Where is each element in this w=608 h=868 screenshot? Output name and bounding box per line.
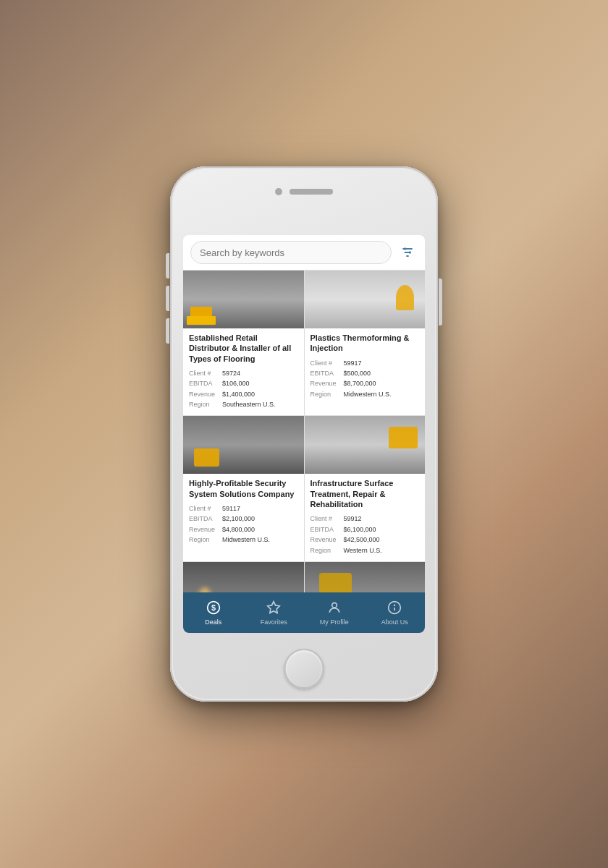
star-icon — [266, 600, 281, 617]
nav-label-favorites: Favorites — [261, 618, 287, 626]
listing-card[interactable]: Quality Inspection Services & Systems — [305, 562, 426, 592]
svg-point-4 — [409, 251, 411, 253]
svg-point-3 — [404, 247, 406, 250]
phone-top-bar — [275, 188, 333, 195]
nav-label-aboutus: About Us — [381, 618, 408, 626]
card-image-lab — [305, 271, 426, 328]
bottom-nav: $ Deals Favorites — [183, 592, 425, 633]
listing-details: Client #59724 EBITDA$106,000 Revenue$1,4… — [189, 368, 298, 410]
phone-device: Established Retail Distributor & Install… — [170, 166, 438, 702]
listing-info: Infrastructure Surface Treatment, Repair… — [305, 474, 426, 561]
card-image-chip — [305, 562, 426, 592]
phone-screen: Established Retail Distributor & Install… — [183, 235, 425, 633]
listing-details: Client #59917 EBITDA$500,000 Revenue$8,7… — [311, 358, 420, 400]
card-image-security — [183, 416, 304, 474]
listing-details: Client #59117 EBITDA$2,100,000 Revenue$4… — [189, 503, 298, 545]
search-input[interactable] — [190, 241, 392, 264]
listing-title: Established Retail Distributor & Install… — [189, 333, 298, 364]
listing-card[interactable]: Infrastructure Surface Treatment, Repair… — [305, 416, 426, 561]
listing-info: Plastics Thermoforming & Injection Clien… — [305, 328, 426, 415]
filter-icon[interactable] — [397, 242, 418, 263]
nav-item-favorites[interactable]: Favorites — [244, 597, 305, 629]
svg-marker-7 — [268, 601, 280, 613]
nav-item-aboutus[interactable]: About Us — [365, 597, 426, 629]
listing-card[interactable]: Plastics Thermoforming & Injection Clien… — [305, 271, 426, 415]
speaker-bar — [290, 189, 333, 195]
search-bar-container — [183, 235, 425, 271]
svg-point-8 — [332, 603, 337, 608]
listing-card[interactable]: Established Retail Distributor & Install… — [183, 271, 304, 415]
card-image-infrastructure — [305, 416, 426, 474]
listing-title: Plastics Thermoforming & Injection — [311, 333, 420, 354]
listing-title: Highly-Profitable Security System Soluti… — [189, 478, 298, 499]
nav-label-myprofile: My Profile — [320, 618, 349, 626]
listing-details: Client #59912 EBITDA$6,100,000 Revenue$4… — [311, 514, 420, 556]
nav-item-myprofile[interactable]: My Profile — [304, 597, 365, 629]
person-icon — [327, 600, 342, 617]
nav-label-deals: Deals — [205, 618, 221, 626]
home-button[interactable] — [284, 649, 324, 689]
card-image-warehouse — [183, 271, 304, 328]
listings-grid: Established Retail Distributor & Install… — [183, 271, 425, 592]
nav-item-deals[interactable]: $ Deals — [183, 597, 244, 629]
listing-info: Highly-Profitable Security System Soluti… — [183, 474, 304, 561]
card-image-welding — [183, 562, 304, 592]
listing-title: Infrastructure Surface Treatment, Repair… — [311, 478, 420, 509]
camera-dot — [275, 188, 282, 195]
info-icon — [387, 600, 402, 617]
svg-text:$: $ — [211, 603, 216, 612]
dollar-icon: $ — [206, 600, 221, 617]
listing-card[interactable]: Highly-Profitable Security System Soluti… — [183, 416, 304, 561]
listing-card[interactable]: Can!! Line Industrial — [183, 562, 304, 592]
listing-info: Established Retail Distributor & Install… — [183, 328, 304, 415]
